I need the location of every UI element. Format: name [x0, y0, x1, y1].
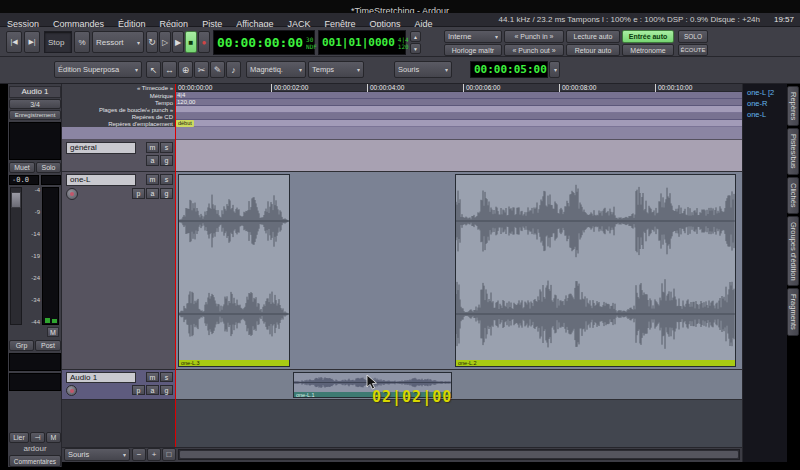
group-button[interactable]: g — [160, 188, 173, 199]
region-list-item[interactable]: one-L [2 — [747, 87, 787, 98]
loop-button[interactable]: ↻ — [146, 31, 158, 53]
playlist-button[interactable]: p — [132, 188, 145, 199]
tempo-ruler[interactable] — [175, 99, 742, 106]
strip-mute-button[interactable]: Muet — [9, 162, 35, 173]
panner-box[interactable] — [41, 175, 61, 185]
region-one-l-2[interactable]: one-L.2 — [455, 174, 736, 367]
shuttle-units-button[interactable]: % — [74, 31, 90, 53]
record-enable-button[interactable] — [66, 385, 77, 396]
horizontal-scrollbar[interactable] — [178, 449, 740, 460]
strip-processor-box[interactable] — [9, 122, 61, 160]
tempo-marker[interactable]: 120,00 — [177, 99, 195, 106]
auto-input-button[interactable]: Entrée auto — [622, 30, 674, 43]
strip-name-button[interactable]: Audio 1 — [9, 86, 61, 98]
link-button[interactable]: Lier — [9, 432, 29, 443]
zoom-out-button[interactable]: − — [132, 448, 146, 461]
auto-button[interactable]: a — [146, 155, 159, 166]
group-button[interactable]: g — [160, 385, 173, 395]
meter-point-button[interactable]: Post — [35, 340, 61, 351]
gain-display[interactable]: -0.0 — [9, 175, 39, 185]
punch-in-button[interactable]: « Punch in » — [504, 30, 564, 43]
solo-button[interactable]: SOLO — [678, 30, 708, 43]
tool-zoom-button[interactable]: ⊕ — [178, 61, 193, 78]
region-list-item[interactable]: one-L — [747, 109, 787, 120]
zoom-focus-dropdown[interactable]: Souris▾ — [64, 448, 130, 461]
edit-mode-dropdown[interactable]: Édition Superposa▾ — [54, 61, 142, 78]
solo-button[interactable]: s — [160, 142, 173, 153]
meter-marker[interactable]: 4|4 — [177, 92, 185, 99]
tool-range-button[interactable]: ↔ — [162, 61, 177, 78]
tab-groupes-edition[interactable]: Groupes d'édition — [787, 216, 799, 287]
record-button[interactable]: ● — [198, 31, 210, 53]
tab-pistes-bus[interactable]: Pistes/bus — [787, 128, 799, 175]
strip-input-button[interactable]: 3/4 — [9, 99, 61, 109]
shuttle-status[interactable]: Stop — [44, 31, 72, 53]
region-list-item[interactable]: one-R — [747, 98, 787, 109]
link-direction-button[interactable]: ⊣ — [30, 432, 45, 443]
primary-clock[interactable]: 00:00:00:00 30NDF — [213, 30, 315, 55]
auto-button[interactable]: a — [146, 385, 159, 395]
edit-point-dropdown[interactable]: Souris▾ — [394, 61, 452, 78]
shuttle-mode-dropdown[interactable]: Ressort▾ — [92, 31, 144, 53]
go-end-button[interactable]: ▶| — [24, 31, 40, 53]
tool-cut-button[interactable]: ✂ — [194, 61, 209, 78]
clock-down-button[interactable]: ▼ — [410, 43, 421, 54]
tool-audition-button[interactable]: ♪ — [226, 61, 241, 78]
output-routing-box[interactable] — [9, 373, 61, 391]
solo-button[interactable]: s — [160, 372, 173, 382]
tool-gain-button[interactable]: ✎ — [210, 61, 225, 78]
track-name-audio1[interactable]: Audio 1 — [66, 372, 136, 383]
stop-button[interactable]: ■ — [185, 31, 197, 53]
sync-source-dropdown[interactable]: Interne▾ — [444, 30, 502, 43]
auto-return-button[interactable]: Retour auto — [566, 44, 620, 56]
listen-button[interactable]: ÉCOUTE — [678, 44, 708, 56]
fader-handle[interactable] — [11, 192, 21, 208]
snap-unit-dropdown[interactable]: Temps▾ — [308, 61, 364, 78]
track-row-audio1[interactable] — [175, 370, 742, 400]
play-selection-button[interactable]: ▷ — [159, 31, 171, 53]
comments-button[interactable]: Commentaires — [9, 455, 61, 467]
input-routing-box[interactable] — [9, 353, 61, 371]
group-button[interactable]: g — [160, 155, 173, 166]
record-enable-button[interactable] — [66, 188, 78, 200]
mixer-m-button[interactable]: M — [46, 432, 61, 443]
track-header-one-l[interactable] — [62, 172, 175, 370]
location-marker-debut[interactable]: début — [176, 120, 194, 127]
scrollbar-thumb[interactable] — [180, 451, 738, 458]
location-marker-ruler[interactable] — [175, 120, 742, 127]
loop-punch-ruler[interactable] — [175, 106, 742, 113]
strip-solo-button[interactable]: Solo — [36, 162, 61, 173]
playlist-button[interactable]: p — [132, 385, 145, 395]
clock-up-button[interactable]: ▲ — [410, 31, 421, 42]
master-clock-button[interactable]: Horloge maîtr — [444, 44, 502, 56]
gain-fader[interactable] — [10, 187, 22, 325]
mute-button[interactable]: m — [146, 372, 159, 382]
zoom-in-button[interactable]: + — [147, 448, 161, 461]
track-name-one-l[interactable]: one-L — [66, 174, 136, 186]
secondary-clock[interactable]: 001|01|0000 4|4120,00 — [318, 30, 406, 55]
mute-button[interactable]: m — [146, 142, 159, 153]
region-one-l-3[interactable]: one-L.3 — [178, 174, 290, 367]
edit-clock[interactable]: 00:00:05:00 — [470, 61, 548, 78]
strip-group-button[interactable]: Grp — [9, 340, 34, 351]
tab-fragments[interactable]: Fragments — [787, 288, 799, 336]
metronome-button[interactable]: Métronome — [622, 44, 674, 56]
edit-clock-dropdown[interactable]: ▾ — [549, 61, 560, 78]
play-button[interactable]: ▶ — [172, 31, 184, 53]
punch-out-button[interactable]: « Punch out » — [504, 44, 564, 56]
zoom-fit-button[interactable]: □ — [162, 448, 176, 461]
cd-marker-ruler[interactable] — [175, 113, 742, 120]
strip-record-button[interactable]: Enregistrement — [9, 110, 61, 120]
go-start-button[interactable]: |◀ — [6, 31, 22, 53]
tab-reperes[interactable]: Repères — [787, 86, 799, 126]
auto-play-button[interactable]: Lecture auto — [566, 30, 620, 43]
tool-object-button[interactable]: ↖ — [146, 61, 161, 78]
track-row-general[interactable] — [175, 140, 742, 172]
meter-ruler[interactable] — [175, 92, 742, 99]
solo-button[interactable]: s — [160, 174, 173, 185]
mute-button[interactable]: m — [146, 174, 159, 185]
track-name-general[interactable]: général — [66, 142, 136, 154]
snap-mode-dropdown[interactable]: Magnétiq.▾ — [246, 61, 306, 78]
auto-button[interactable]: a — [146, 188, 159, 199]
tab-cliches[interactable]: Clichés — [787, 177, 799, 214]
